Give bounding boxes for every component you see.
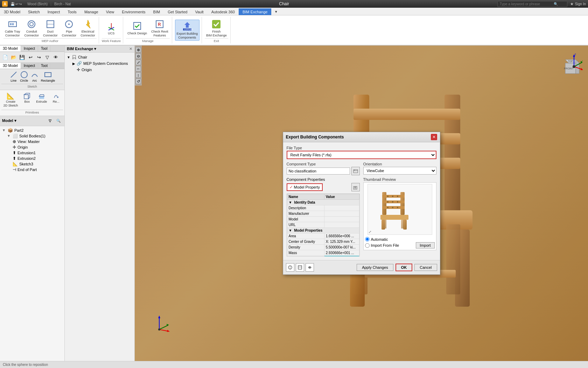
url-value[interactable] [324,222,359,228]
tree-item-part2[interactable]: ▼ 📦 Part2 [1,128,63,133]
tree-item-extrusion2[interactable]: ▶ ⬆ Extrusion2 [6,156,63,161]
model-props-group-row[interactable]: ▼ Model Properties [287,228,359,233]
ok-btn[interactable]: OK [396,264,413,271]
export-building-btn[interactable]: EXPORT Export BuildingComponents [175,20,200,41]
duct-connector-btn[interactable]: DuctConnector [42,18,59,38]
search-input[interactable] [500,2,552,6]
tree-item-view-master[interactable]: ▶ ⊕ View: Master [6,139,63,144]
row-model: Model [287,217,359,222]
mass-value[interactable]: 2.930666e+001 ... [324,250,359,256]
model-value[interactable] [324,217,359,222]
props-edit-btn[interactable] [351,183,360,191]
tab-tools[interactable]: Tools [64,8,80,15]
viewport[interactable]: ⊕ ⊖ ⤢ ↔ ↕ ↺ FRONT [135,46,588,361]
orientation-select[interactable]: ViewCube Top Front Right [363,167,436,175]
circle-btn[interactable]: Circle [20,70,28,82]
bim-title[interactable]: BIM Exchange ▾ [67,47,96,51]
model-filter-btn[interactable]: ▽ [46,117,54,125]
tab-sketch[interactable]: Sketch [24,8,44,15]
check-design-btn[interactable]: Check Design [126,20,148,36]
arc-btn[interactable]: Arc [30,70,39,82]
cog-value[interactable]: X: 125.329 mm Y... [324,239,359,245]
tab-manage[interactable]: Manage [80,8,102,15]
tab-autodesk360[interactable]: Autodesk 360 [208,8,239,15]
comp-type-input[interactable] [287,168,350,175]
import-btn[interactable]: Import [416,242,434,248]
density-value[interactable]: 5.500000e-007 ki... [324,245,359,250]
footer-icon-3[interactable] [306,263,314,272]
bim-close-btn[interactable]: ✕ [129,47,132,51]
quick-access-2[interactable]: ↩ [15,2,18,6]
rectangle-btn[interactable]: Rectangle [41,70,55,82]
search-bar[interactable]: 🔍 [497,1,567,7]
check-revit-btn[interactable]: R Check RevitFeatures [150,18,170,38]
tab-bimexchange[interactable]: BIM Exchange [239,8,272,15]
file-type-select[interactable]: Revit Family Files (*.rfa) IFC Files (*.… [287,151,436,159]
tree-item-end-of-part[interactable]: ▶ ⊣ End of Part [6,167,63,172]
tab-inspect-sub[interactable]: Inspect [21,63,38,69]
revolve-btn[interactable]: Re... [50,91,62,108]
toolbar-filter[interactable]: ▽ [43,53,51,61]
toolbar-visible[interactable]: 👁 [52,53,59,61]
thumb-resize-btn[interactable]: ⤢ [369,230,371,234]
box-btn[interactable]: Box [21,91,33,108]
bim-item-mep[interactable]: ▶ 🔗 MEP System Connections [72,60,133,67]
quick-access-1[interactable]: 💾 [10,2,15,6]
pipe-connector-btn[interactable]: PipeConnector [61,18,78,38]
comp-type-browse-btn[interactable] [351,167,360,175]
tree-item-solid-bodies[interactable]: ▼ ⬜ Solid Bodies(1) [6,133,63,139]
toolbar-open[interactable]: 📂 [10,53,18,61]
toolbar-redo[interactable]: ↪ [35,53,43,61]
footer-icon-2[interactable] [296,263,304,272]
dialog-close-btn[interactable]: ✕ [431,134,437,140]
conduit-connector-btn[interactable]: ConduitConnector [23,18,41,38]
toolbar-save[interactable]: 💾 [18,53,26,61]
finish-bim-btn[interactable]: FinishBIM Exchange [205,18,228,38]
browse-icon [353,169,358,173]
tab-inspect-left[interactable]: Inspect [21,46,38,52]
quick-access-3[interactable]: ↪ [19,2,22,6]
radio-automatic[interactable] [365,237,370,241]
toolbar-new[interactable]: 📄 [1,53,9,61]
toolbar-undo[interactable]: ↩ [27,53,34,61]
model-search-btn[interactable]: 🔍 [55,117,62,125]
cancel-btn[interactable]: Cancel [414,264,437,271]
tab-tool-left[interactable]: Tool [38,46,50,52]
model-title[interactable]: Model ▾ [2,118,16,123]
model-property-checkbox[interactable]: ✓ Model Property [287,183,323,191]
sign-in[interactable]: Sign In [575,2,586,6]
mfr-value[interactable] [324,211,359,217]
tab-inspect[interactable]: Inspect [44,8,64,15]
cable-tray-connector-btn[interactable]: Cable TrayConnector [4,18,22,38]
tab-3dmodel-left[interactable]: 3D Model [0,46,21,52]
bim-chair-label: Chair [78,55,87,59]
tab-3dmodel-sub[interactable]: 3D Model [0,63,21,69]
tab-3dmodel[interactable]: 3D Model [0,8,24,15]
tree-item-sketch3[interactable]: ▶ 📐 Sketch3 [6,161,63,167]
tab-view[interactable]: View [102,8,118,15]
tab-getstarted[interactable]: Get Started [164,8,191,15]
radio-import[interactable] [365,243,370,248]
line-btn[interactable]: Line [9,70,18,82]
ucs-btn[interactable]: UCS [104,20,119,36]
footer-icon-1[interactable] [286,263,294,272]
tab-vault[interactable]: Vault [191,8,207,15]
apply-changes-btn[interactable]: Apply Changes [357,264,393,271]
tree-item-extrusion1[interactable]: ▶ ⬆ Extrusion1 [6,150,63,156]
tab-more[interactable]: ▾ [271,8,281,15]
props-table-container[interactable]: Name Value ▼ [287,193,360,257]
electrical-connector-btn[interactable]: ElectricalConnector [79,18,97,38]
bim-item-chair[interactable]: ▼ Chair [66,54,133,60]
extrude-btn[interactable]: Extrude [35,91,48,108]
star-icon[interactable]: ★ [570,2,574,6]
area-value[interactable]: 1.666566e+006 ... [324,233,359,239]
identity-data-group-row[interactable]: ▼ Identity Data [287,200,359,205]
tab-bim[interactable]: BIM [149,8,164,15]
material-value[interactable]: Wood (Birch) [324,256,359,257]
bim-item-origin[interactable]: ▶ ✛ Origin [72,67,133,73]
tab-toot-sub[interactable]: Toot [38,63,51,69]
desc-value[interactable] [324,205,359,211]
tab-environments[interactable]: Environments [118,8,149,15]
tree-item-origin[interactable]: ▶ ✛ Origin [6,144,63,150]
create-2d-sketch-btn[interactable]: 📐 Create2D Sketch [2,91,20,108]
